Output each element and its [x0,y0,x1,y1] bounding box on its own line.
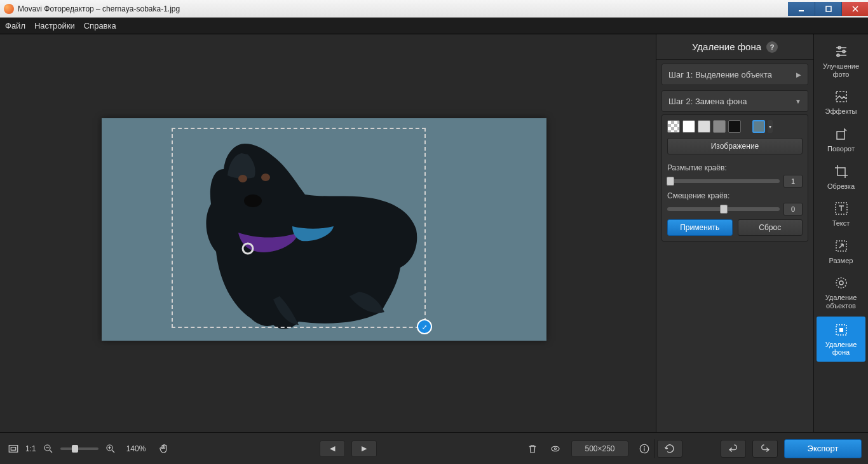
step1-header[interactable]: Шаг 1: Выделение объекта ▶ [661,64,808,85]
object-removal-icon [833,275,850,291]
svg-point-35 [644,446,645,447]
tool-text-label: Текст [832,219,850,228]
next-image-button[interactable]: ▶ [351,440,377,457]
zoom-percent: 140% [126,444,146,453]
svg-rect-23 [11,447,16,450]
offset-value[interactable]: 0 [783,203,803,215]
apply-label: Применить [680,223,719,232]
step2-header[interactable]: Шаг 2: Замена фона ▼ [661,90,808,112]
fit-screen-icon[interactable] [6,442,20,456]
revert-button[interactable] [657,440,682,458]
svg-rect-15 [837,132,844,139]
resize-handle-icon[interactable]: ⤢ [417,319,432,334]
canvas-area[interactable]: ⤢ [0,34,656,432]
crop-icon [833,163,850,180]
swatch-transparent[interactable] [667,120,680,133]
window-title: Movavi Фоторедактор – chernaya-sobaka-1.… [18,4,180,13]
swatch-dropdown-icon[interactable]: ▾ [768,120,773,133]
bottombar: 1:1 140% ◀ ▶ 500×250 Экспорт [0,432,868,464]
zoom-in-icon[interactable] [104,442,118,456]
window-maximize-button[interactable] [815,2,841,16]
swatch-current[interactable] [752,120,765,133]
svg-rect-14 [836,92,846,102]
undo-button[interactable] [721,440,746,458]
menubar: Файл Настройки Справка [0,18,868,34]
tool-rotate-label: Поворот [827,145,855,153]
reset-button[interactable]: Сброс [738,219,803,236]
resize-icon [833,238,850,254]
side-panel: Удаление фона ? Шаг 1: Выделение объекта… [656,34,813,432]
redo-button[interactable] [752,440,778,458]
step2-content: ▾ Изображение Размытие краёв: 1 Смещение… [661,114,808,242]
swatch-lightgray[interactable] [698,120,710,133]
tool-text[interactable]: Текст [814,195,868,233]
arrow-down-icon: ▼ [795,98,801,105]
selection-marquee[interactable]: ⤢ [172,128,426,328]
swatch-black[interactable] [728,120,741,133]
prev-image-button[interactable]: ◀ [320,440,345,457]
blur-value[interactable]: 1 [783,175,803,188]
offset-slider[interactable] [667,207,780,211]
svg-line-28 [112,450,114,453]
dimensions-box[interactable]: 500×250 [571,440,628,457]
tool-effects[interactable]: Эффекты [814,83,868,121]
tool-crop[interactable]: Обрезка [814,158,868,196]
help-icon[interactable]: ? [766,41,778,53]
arrow-right-icon: ▶ [796,71,801,78]
zoom-slider[interactable] [60,447,98,450]
window-titlebar: Movavi Фоторедактор – chernaya-sobaka-1.… [0,0,868,18]
svg-rect-1 [826,6,831,11]
svg-point-32 [555,447,557,449]
tool-bg-removal-label: Удаление фона [825,341,857,357]
effects-icon [833,88,850,105]
tool-bg-removal[interactable]: Удаление фона [817,317,865,362]
image-button[interactable]: Изображение [667,138,803,154]
tool-enhance-label: Улучшение фото [823,62,859,78]
svg-rect-21 [839,328,843,332]
rotate-icon [833,126,850,142]
tool-enhance[interactable]: Улучшение фото [814,38,868,83]
compare-icon[interactable] [548,442,562,456]
tool-effects-label: Эффекты [825,107,857,116]
reset-label: Сброс [759,223,781,232]
menu-settings[interactable]: Настройки [34,21,75,31]
image-canvas[interactable]: ⤢ [102,118,546,341]
blur-label: Размытие краёв: [667,163,803,172]
delete-icon[interactable] [526,442,539,456]
export-label: Экспорт [808,444,839,453]
svg-point-18 [836,278,846,288]
panel-title: Удаление фона [692,41,761,52]
svg-line-25 [50,450,52,453]
svg-point-31 [552,446,559,451]
export-button[interactable]: Экспорт [784,439,862,458]
svg-rect-22 [9,445,18,452]
tool-object-removal[interactable]: Удаление объектов [814,270,868,315]
image-button-label: Изображение [711,142,759,151]
tool-crop-label: Обрезка [827,182,855,191]
svg-point-19 [839,281,843,285]
tool-object-removal-label: Удаление объектов [825,294,857,310]
window-minimize-button[interactable] [788,2,815,16]
step1-label: Шаг 1: Выделение объекта [668,70,772,79]
zoom-ratio[interactable]: 1:1 [25,444,36,453]
tool-rail: Улучшение фото Эффекты Поворот Обрезка Т… [813,34,868,432]
hand-tool-icon[interactable] [157,442,171,456]
menu-file[interactable]: Файл [5,21,25,31]
swatch-gray[interactable] [713,120,726,133]
text-icon [833,200,850,217]
window-close-button[interactable] [841,2,868,16]
zoom-out-icon[interactable] [41,442,55,456]
tool-resize[interactable]: Размер [814,233,868,270]
swatch-white[interactable] [682,120,695,133]
panel-header: Удаление фона ? [656,34,813,60]
bg-color-swatches: ▾ [667,120,803,133]
tool-resize-label: Размер [829,257,853,265]
dimensions-value: 500×250 [585,444,614,453]
apply-button[interactable]: Применить [667,219,733,236]
menu-help[interactable]: Справка [84,21,116,31]
tool-rotate[interactable]: Поворот [814,121,868,158]
blur-slider[interactable] [667,179,780,183]
app-icon [4,4,14,14]
info-icon[interactable] [637,442,651,456]
sliders-icon [833,43,850,60]
